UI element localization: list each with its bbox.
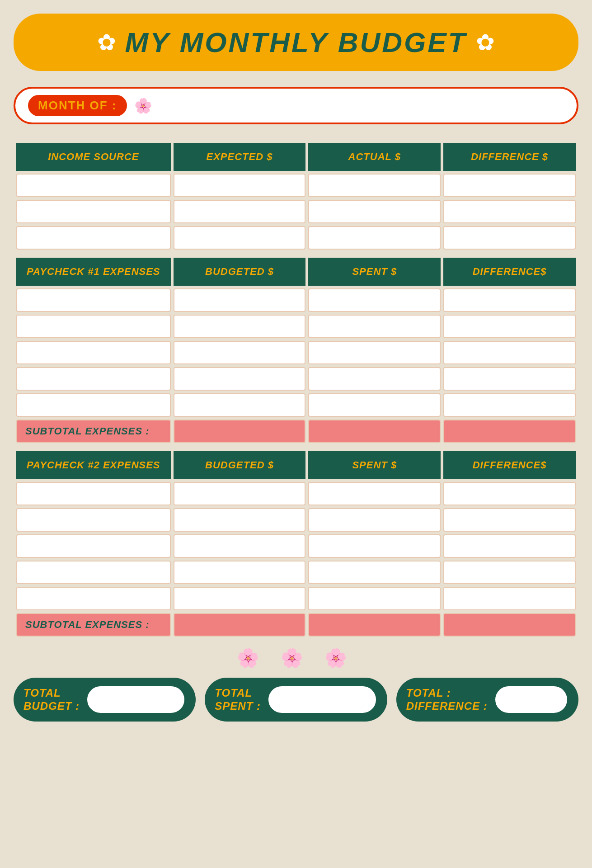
pc1-diff-2[interactable]	[443, 315, 576, 338]
flowers-separator: 🌸 🌸 🌸	[14, 647, 578, 669]
income-source-1[interactable]	[16, 174, 171, 197]
income-diff-2[interactable]	[443, 200, 576, 223]
income-expected-2[interactable]	[174, 200, 306, 223]
pc1-subtotal-budgeted[interactable]	[174, 420, 306, 443]
total-difference-value[interactable]	[494, 685, 569, 714]
pc2-subtotal-budgeted[interactable]	[174, 613, 306, 637]
pc2-diff-5[interactable]	[443, 587, 576, 610]
table-row	[16, 561, 576, 584]
table-row	[16, 508, 576, 532]
pc1-subtotal-label: SUBTOTAL EXPENSES :	[16, 420, 171, 443]
pc1-spent-2[interactable]	[308, 315, 441, 338]
total-spent-box: TOTALSPENT :	[205, 678, 387, 722]
header-flower-right: ✿	[476, 29, 495, 56]
pc1-header-spent: SPENT $	[308, 258, 441, 286]
pc2-subtotal-diff[interactable]	[443, 613, 576, 637]
pc2-header-diff: DIFFERENCE$	[443, 451, 576, 479]
pc1-spent-3[interactable]	[308, 341, 441, 364]
pc1-spent-4[interactable]	[308, 367, 441, 391]
pc2-diff-1[interactable]	[443, 482, 576, 505]
total-spent-value[interactable]	[267, 685, 377, 714]
pc2-diff-3[interactable]	[443, 534, 576, 558]
pc2-name-4[interactable]	[16, 561, 171, 584]
pc2-name-5[interactable]	[16, 587, 171, 610]
income-table: INCOME SOURCE EXPECTED $ ACTUAL $ DIFFER…	[14, 140, 578, 252]
income-expected-1[interactable]	[174, 174, 306, 197]
total-spent-label: TOTALSPENT :	[215, 687, 261, 713]
table-row	[16, 482, 576, 505]
income-diff-3[interactable]	[443, 226, 576, 250]
pc2-budgeted-1[interactable]	[174, 482, 306, 505]
income-header-diff: DIFFERENCE $	[443, 143, 576, 171]
pc2-header-name: PAYCHECK #2 EXPENSES	[16, 451, 171, 479]
pc2-header-spent: SPENT $	[308, 451, 441, 479]
income-header-source: INCOME SOURCE	[16, 143, 171, 171]
pc1-subtotal-row: SUBTOTAL EXPENSES :	[16, 420, 576, 443]
month-label: MONTH OF :	[28, 95, 127, 116]
pc1-header-name: PAYCHECK #1 EXPENSES	[16, 258, 171, 286]
header-banner: ✿ MY MONTHLY BUDGET ✿	[14, 14, 578, 71]
pc1-name-5[interactable]	[16, 393, 171, 417]
paycheck2-table: PAYCHECK #2 EXPENSES BUDGETED $ SPENT $ …	[14, 448, 578, 639]
pc1-spent-1[interactable]	[308, 288, 441, 312]
pc2-name-3[interactable]	[16, 534, 171, 558]
total-difference-box: TOTAL :DIFFERENCE :	[396, 678, 578, 722]
pc1-name-1[interactable]	[16, 288, 171, 312]
pc2-budgeted-5[interactable]	[174, 587, 306, 610]
pc2-budgeted-4[interactable]	[174, 561, 306, 584]
pc1-name-4[interactable]	[16, 367, 171, 391]
pc1-header-budgeted: BUDGETED $	[174, 258, 306, 286]
pc2-name-1[interactable]	[16, 482, 171, 505]
pc1-subtotal-spent[interactable]	[308, 420, 441, 443]
income-source-3[interactable]	[16, 226, 171, 250]
pc2-diff-2[interactable]	[443, 508, 576, 532]
table-row	[16, 341, 576, 364]
table-row	[16, 288, 576, 312]
pc1-budgeted-3[interactable]	[174, 341, 306, 364]
pc2-subtotal-spent[interactable]	[308, 613, 441, 637]
income-source-2[interactable]	[16, 200, 171, 223]
income-actual-1[interactable]	[308, 174, 441, 197]
header-title: MY MONTHLY BUDGET	[125, 26, 467, 58]
pc2-spent-5[interactable]	[308, 587, 441, 610]
income-expected-3[interactable]	[174, 226, 306, 250]
pc1-spent-5[interactable]	[308, 393, 441, 417]
pc1-diff-5[interactable]	[443, 393, 576, 417]
pc2-budgeted-2[interactable]	[174, 508, 306, 532]
pc1-budgeted-4[interactable]	[174, 367, 306, 391]
table-row	[16, 367, 576, 391]
table-row	[16, 587, 576, 610]
pc2-diff-4[interactable]	[443, 561, 576, 584]
pc2-name-2[interactable]	[16, 508, 171, 532]
table-row	[16, 393, 576, 417]
totals-row: TOTALBUDGET : TOTALSPENT : TOTAL :DIFFER…	[14, 678, 578, 722]
income-actual-3[interactable]	[308, 226, 441, 250]
pc1-subtotal-diff[interactable]	[443, 420, 576, 443]
table-row	[16, 226, 576, 250]
pc1-budgeted-1[interactable]	[174, 288, 306, 312]
pc2-spent-1[interactable]	[308, 482, 441, 505]
pc1-budgeted-5[interactable]	[174, 393, 306, 417]
total-budget-label: TOTALBUDGET :	[23, 687, 80, 713]
table-row	[16, 200, 576, 223]
pc1-name-3[interactable]	[16, 341, 171, 364]
pc1-diff-3[interactable]	[443, 341, 576, 364]
pc1-budgeted-2[interactable]	[174, 315, 306, 338]
pc1-diff-1[interactable]	[443, 288, 576, 312]
pc2-spent-3[interactable]	[308, 534, 441, 558]
pc2-budgeted-3[interactable]	[174, 534, 306, 558]
pc2-spent-2[interactable]	[308, 508, 441, 532]
income-diff-1[interactable]	[443, 174, 576, 197]
pc1-name-2[interactable]	[16, 315, 171, 338]
paycheck1-table: PAYCHECK #1 EXPENSES BUDGETED $ SPENT $ …	[14, 255, 578, 446]
total-budget-value[interactable]	[86, 685, 186, 714]
pc2-spent-4[interactable]	[308, 561, 441, 584]
table-row	[16, 174, 576, 197]
income-actual-2[interactable]	[308, 200, 441, 223]
total-budget-box: TOTALBUDGET :	[14, 678, 196, 722]
month-bar: MONTH OF : 🌸	[14, 87, 578, 124]
header-flower-left: ✿	[97, 29, 116, 56]
table-row	[16, 315, 576, 338]
pc2-header-budgeted: BUDGETED $	[174, 451, 306, 479]
pc1-diff-4[interactable]	[443, 367, 576, 391]
